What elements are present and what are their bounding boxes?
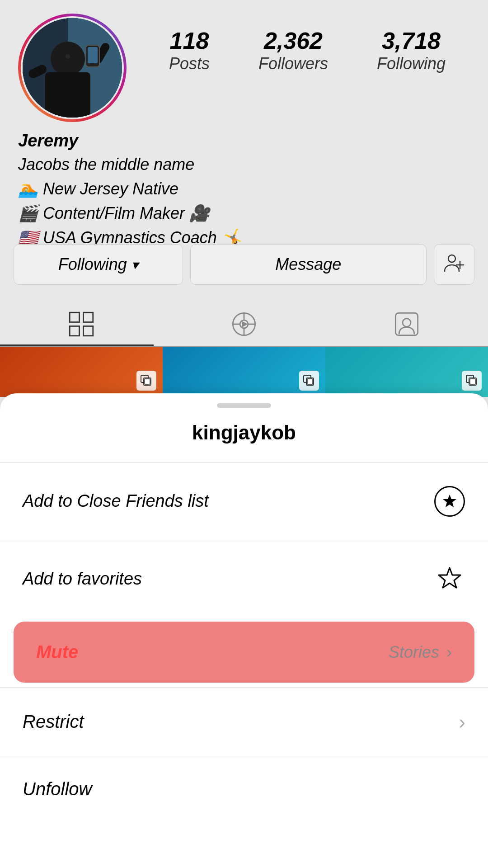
mute-item[interactable]: Mute Stories ›	[14, 622, 474, 683]
stories-label: Stories	[389, 643, 439, 662]
svg-marker-35	[439, 568, 460, 588]
photo-preview-strip	[0, 347, 488, 397]
stat-following[interactable]: 3,718 Following	[377, 27, 446, 73]
svg-marker-34	[443, 495, 456, 507]
tabs-row	[0, 302, 488, 347]
bio-name: Jeremy	[18, 131, 470, 151]
message-button[interactable]: Message	[190, 244, 427, 285]
multi-photo-icon-3	[462, 371, 482, 391]
svg-marker-22	[243, 322, 247, 326]
unfollow-item[interactable]: Unfollow	[0, 756, 488, 822]
sheet-title: kingjaykob	[0, 421, 488, 444]
photo-cell-3[interactable]	[325, 347, 488, 397]
mute-chevron-icon: ›	[446, 643, 452, 662]
add-favorites-label: Add to favorites	[23, 569, 142, 589]
chevron-down-icon: ▾	[131, 257, 138, 273]
photo-cell-2[interactable]	[163, 347, 325, 397]
followers-count: 2,362	[258, 27, 328, 54]
close-friends-item[interactable]: Add to Close Friends list	[0, 463, 488, 540]
following-count: 3,718	[377, 27, 446, 54]
add-favorites-item[interactable]: Add to favorites	[0, 540, 488, 617]
restrict-item[interactable]: Restrict ›	[0, 688, 488, 756]
posts-label: Posts	[169, 54, 210, 73]
svg-rect-7	[88, 47, 98, 63]
following-label: Following	[377, 54, 446, 73]
avatar[interactable]	[18, 14, 127, 122]
svg-point-9	[448, 255, 455, 262]
bio-line2: Jacobs the middle name	[18, 152, 470, 177]
close-friends-label: Add to Close Friends list	[23, 491, 209, 511]
message-label: Message	[275, 255, 341, 274]
svg-rect-13	[83, 312, 93, 322]
bio-line4: 🎬 Content/Film Maker 🎥	[18, 201, 470, 226]
tab-grid[interactable]	[68, 311, 95, 338]
mute-right: Stories ›	[389, 643, 452, 662]
favorites-star-icon	[434, 563, 465, 594]
tab-reels[interactable]	[230, 311, 258, 338]
stats-row: 118 Posts 2,362 Followers 3,718 Followin…	[145, 27, 470, 73]
unfollow-label: Unfollow	[23, 779, 92, 799]
bottom-sheet: kingjaykob Add to Close Friends list Add…	[0, 393, 488, 868]
add-friend-button[interactable]	[434, 244, 474, 285]
svg-rect-15	[83, 326, 93, 335]
bio-line3: 🏊 New Jersey Native	[18, 177, 470, 201]
multi-photo-icon-1	[136, 371, 156, 391]
tab-tagged[interactable]	[393, 311, 420, 338]
svg-rect-30	[307, 379, 313, 384]
following-button[interactable]: Following ▾	[14, 244, 183, 285]
svg-point-24	[403, 318, 411, 326]
followers-label: Followers	[258, 54, 328, 73]
following-label: Following	[58, 255, 127, 274]
profile-section: 118 Posts 2,362 Followers 3,718 Followin…	[0, 0, 488, 307]
close-friends-icon	[434, 486, 465, 517]
bio-section: Jeremy Jacobs the middle name 🏊 New Jers…	[18, 131, 470, 250]
photo-cell-1[interactable]	[0, 347, 163, 397]
sheet-handle	[217, 403, 271, 408]
svg-rect-27	[145, 379, 150, 384]
action-buttons: Following ▾ Message	[14, 244, 474, 285]
restrict-chevron-icon: ›	[459, 711, 465, 733]
svg-rect-33	[470, 379, 475, 384]
restrict-label: Restrict	[23, 712, 84, 732]
svg-point-8	[66, 54, 70, 59]
svg-rect-14	[70, 326, 79, 335]
posts-count: 118	[169, 27, 210, 54]
svg-rect-12	[70, 312, 79, 322]
add-person-icon	[443, 251, 465, 278]
stat-posts[interactable]: 118 Posts	[169, 27, 210, 73]
svg-rect-3	[45, 72, 90, 119]
multi-photo-icon-2	[299, 371, 319, 391]
mute-label: Mute	[36, 642, 78, 662]
stat-followers[interactable]: 2,362 Followers	[258, 27, 328, 73]
